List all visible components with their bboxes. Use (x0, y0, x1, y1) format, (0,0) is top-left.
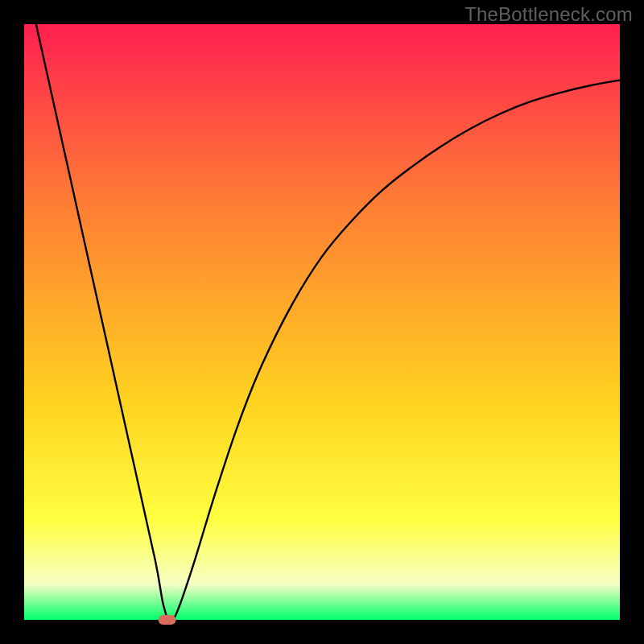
bottleneck-chart (0, 0, 644, 644)
chart-frame: TheBottleneck.com (0, 0, 644, 644)
watermark-text: TheBottleneck.com (464, 3, 633, 26)
minimum-point-marker-icon (159, 615, 176, 625)
chart-plot-area (24, 24, 620, 620)
